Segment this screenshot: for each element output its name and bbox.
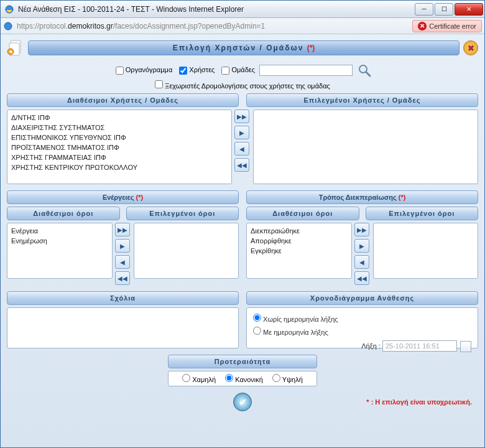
required-note: * : Η επιλογή είναι υποχρεωτική. xyxy=(366,398,472,406)
users-checkbox[interactable] xyxy=(179,67,187,75)
selected-methods-header: Επιλεγμένοι όροι xyxy=(366,207,479,220)
comments-textarea[interactable] xyxy=(7,307,239,348)
maximize-button[interactable]: ☐ xyxy=(435,3,453,16)
available-actions-list[interactable]: Ενέργεια Ενημέρωση xyxy=(7,223,113,279)
groups-checkbox[interactable] xyxy=(221,67,229,75)
priority-high-radio[interactable] xyxy=(272,374,280,382)
selected-users-header: Επιλεγμένοι Χρήστες / Ομάδες xyxy=(246,93,478,107)
certificate-error-badge[interactable]: ✕ Certificate error xyxy=(412,20,482,32)
move-all-left-button[interactable]: ◀◀ xyxy=(234,158,249,172)
required-marker: (*) xyxy=(307,44,315,52)
svg-line-8 xyxy=(366,72,370,76)
actions-header: Ενέργειες (*) xyxy=(7,190,239,204)
actions-method-headers: Ενέργειες (*) Τρόπος Διεκπεραίωσης (*) xyxy=(7,190,478,207)
list-item[interactable]: Δ/ΝΤΗΣ ΙΠΦ xyxy=(11,113,228,123)
list-item[interactable]: ΧΡΗΣΤΗΣ ΓΡΑΜΜΑΤΕΙΑΣ ΙΠΦ xyxy=(11,152,228,162)
groups-filter-label[interactable]: Ομάδες xyxy=(221,66,255,73)
selected-users-list[interactable] xyxy=(253,110,478,184)
comments-header: Σχόλια xyxy=(7,291,239,305)
method-header: Τρόπος Διεκπεραίωσης (*) xyxy=(246,190,478,204)
priority-section: Προτεραιότητα Χαμηλή Κανονική Υψηλή xyxy=(168,355,317,386)
priority-normal-label[interactable]: Κανονική xyxy=(225,376,263,383)
actions-move-buttons: ▶▶ ▶ ◀ ◀◀ xyxy=(115,223,131,285)
error-icon: ✕ xyxy=(418,22,427,30)
separate-routing-text: Ξεχωριστές Δρομολογήσεις στους χρήστες τ… xyxy=(165,82,330,90)
ie-icon xyxy=(4,4,14,14)
org-filter-label[interactable]: Οργανόγραμμα xyxy=(116,66,172,73)
submit-button[interactable]: ✔ xyxy=(233,393,252,411)
users-filter-label[interactable]: Χρήστες xyxy=(179,66,215,73)
move-all-right-button[interactable]: ▶▶ xyxy=(354,223,369,236)
selected-actions-list[interactable] xyxy=(134,223,239,279)
list-item[interactable]: Διεκπεραιώθηκε xyxy=(251,226,348,236)
move-right-button[interactable]: ▶ xyxy=(115,239,130,253)
url-scheme: https:// xyxy=(17,22,39,30)
list-item[interactable]: Ενέργεια xyxy=(11,226,108,236)
no-expiry-radio[interactable] xyxy=(253,314,261,322)
document-icon xyxy=(7,39,24,57)
expiry-input[interactable] xyxy=(382,340,457,352)
list-item[interactable]: ΠΡΟΪΣΤΑΜΕΝΟΣ ΤΜΗΜΑΤΟΣ ΙΠΦ xyxy=(11,142,228,152)
schedule-header: Χρονοδιάγραμμα Ανάθεσης xyxy=(246,291,478,305)
move-all-right-button[interactable]: ▶▶ xyxy=(115,223,130,236)
org-checkbox[interactable] xyxy=(116,67,124,75)
address-url[interactable]: https://protocol.demokritos.gr/faces/doc… xyxy=(17,22,409,30)
separate-routing-label[interactable]: Ξεχωριστές Δρομολογήσεις στους χρήστες τ… xyxy=(155,82,330,90)
url-sub: protocol. xyxy=(39,22,68,30)
move-right-button[interactable]: ▶ xyxy=(234,126,249,139)
schedule-box: Χωρίς ημερομηνία λήξης Με ημερομηνία λήξ… xyxy=(246,307,478,348)
window-title: Νέα Ανάθεση ΕΙΣ - 100-2011-24 - ΤΕΣΤ - W… xyxy=(18,5,415,14)
no-expiry-label[interactable]: Χωρίς ημερομηνία λήξης xyxy=(253,315,338,323)
move-all-left-button[interactable]: ◀◀ xyxy=(115,271,130,285)
separate-routing-checkbox[interactable] xyxy=(155,80,163,88)
with-expiry-radio[interactable] xyxy=(253,327,261,335)
available-users-header: Διαθέσιμοι Χρήστες / Ομάδες xyxy=(7,93,239,107)
available-actions-header: Διαθέσιμοι όροι xyxy=(7,207,120,220)
expiry-label: Λήξη : xyxy=(361,342,381,350)
minimize-button[interactable]: ─ xyxy=(415,3,433,16)
main-title-bar: Επιλογή Χρηστών / Ομάδων (*) xyxy=(28,40,460,55)
move-left-button[interactable]: ◀ xyxy=(115,255,130,269)
move-all-right-button[interactable]: ▶▶ xyxy=(234,110,249,123)
priority-low-radio[interactable] xyxy=(182,374,190,382)
list-item[interactable]: ΧΡΗΣΤΗΣ ΚΕΝΤΡΙΚΟΥ ΠΡΩΤΟΚΟΛΛΟΥ xyxy=(11,162,228,172)
search-button[interactable] xyxy=(357,63,372,78)
move-left-button[interactable]: ◀ xyxy=(234,142,249,156)
list-item[interactable]: Εγκρίθηκε xyxy=(251,246,348,256)
available-users-list[interactable]: Δ/ΝΤΗΣ ΙΠΦ ΔΙΑΧΕΙΡΙΣΤΗΣ ΣΥΣΤΗΜΑΤΟΣ ΕΠΙΣΤ… xyxy=(7,110,232,184)
move-right-button[interactable]: ▶ xyxy=(354,239,369,253)
dialog-close-button[interactable]: ✖ xyxy=(463,40,478,55)
search-input[interactable] xyxy=(259,65,353,76)
list-item[interactable]: ΕΠΙΣΤΗΜΟΝΙΚΟΣ ΥΠΕΥΘΥΝΟΣ ΙΠΦ xyxy=(11,133,228,142)
move-all-left-button[interactable]: ◀◀ xyxy=(354,271,369,285)
selected-actions-header: Επιλεγμένοι όροι xyxy=(126,207,239,220)
actions-method-body: Διαθέσιμοι όροι Επιλεγμένοι όροι Ενέργει… xyxy=(7,207,478,285)
filter-row: Οργανόγραμμα Χρήστες Ομάδες xyxy=(7,59,478,80)
with-expiry-label[interactable]: Με ημερομηνία λήξης xyxy=(253,329,328,336)
list-item[interactable]: Απορρίφθηκε xyxy=(251,236,348,246)
priority-header: Προτεραιότητα xyxy=(168,355,317,368)
url-path: /faces/docAssignment.jsp?openedByAdmin=1 xyxy=(113,22,265,30)
move-left-button[interactable]: ◀ xyxy=(354,255,369,269)
comments-schedule: Σχόλια Χρονοδιάγραμμα Ανάθεσης Χωρίς ημε… xyxy=(7,291,478,348)
priority-normal-radio[interactable] xyxy=(225,374,233,382)
users-picker-body: Δ/ΝΤΗΣ ΙΠΦ ΔΙΑΧΕΙΡΙΣΤΗΣ ΣΥΣΤΗΜΑΤΟΣ ΕΠΙΣΤ… xyxy=(7,110,478,184)
ie-page-icon xyxy=(3,21,13,31)
list-item[interactable]: ΔΙΑΧΕΙΡΙΣΤΗΣ ΣΥΣΤΗΜΑΤΟΣ xyxy=(11,123,228,133)
page-body: Επιλογή Χρηστών / Ομάδων (*) ✖ Οργανόγρα… xyxy=(1,34,484,448)
main-title-text: Επιλογή Χρηστών / Ομάδων xyxy=(173,44,304,52)
certificate-error-text: Certificate error xyxy=(429,22,476,30)
priority-low-label[interactable]: Χαμηλή xyxy=(182,376,216,383)
close-button[interactable]: ✕ xyxy=(455,3,483,16)
available-methods-list[interactable]: Διεκπεραιώθηκε Απορρίφθηκε Εγκρίθηκε xyxy=(246,223,352,279)
users-picker: Διαθέσιμοι Χρήστες / Ομάδες Επιλεγμένοι … xyxy=(7,93,478,110)
url-host: demokritos.gr xyxy=(68,22,113,30)
methods-move-buttons: ▶▶ ▶ ◀ ◀◀ xyxy=(354,223,371,285)
priority-high-label[interactable]: Υψηλή xyxy=(272,376,303,383)
app-window: Νέα Ανάθεση ΕΙΣ - 100-2011-24 - ΤΕΣΤ - W… xyxy=(0,0,485,448)
selected-methods-list[interactable] xyxy=(373,223,479,279)
list-item[interactable]: Ενημέρωση xyxy=(11,236,108,246)
calendar-icon[interactable] xyxy=(460,341,471,352)
users-move-buttons: ▶▶ ▶ ◀ ◀◀ xyxy=(234,110,251,184)
address-bar: https://protocol.demokritos.gr/faces/doc… xyxy=(1,18,484,34)
